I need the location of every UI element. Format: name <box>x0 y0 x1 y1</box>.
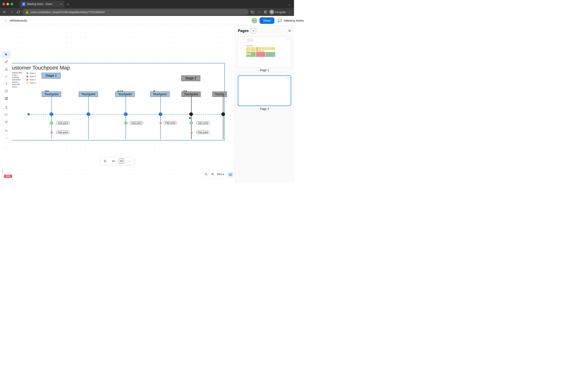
stage-label[interactable]: Stage 1 <box>42 73 61 78</box>
text-tool[interactable]: T <box>2 80 11 87</box>
pages-panel-title: Pages <box>238 29 249 33</box>
legend-item: Team C <box>26 79 36 81</box>
template-tool[interactable] <box>2 95 11 102</box>
touchpoint-box[interactable]: Touchpoint <box>115 92 135 97</box>
incognito-icon[interactable] <box>269 9 274 15</box>
zoom-level[interactable]: 59% ▾ <box>217 173 224 176</box>
window-close-button[interactable] <box>2 3 5 5</box>
svg-point-2 <box>271 12 272 13</box>
page-thumbnail[interactable]: ⋯ <box>238 75 291 106</box>
url-text: zoom.us/wb/doc/_GzqzfVOSlKu9apIdkkuMQ/p/… <box>30 11 105 14</box>
browser-chrome: Z Meeting Notes - Zoom × ＋ ⌄ 🔒 zoom.us/w… <box>0 0 294 16</box>
legend-item: Team D <box>26 82 36 84</box>
doc-title[interactable]: Meeting Notes <box>284 19 294 22</box>
align-left-icon[interactable] <box>103 158 108 164</box>
pain-point-icon[interactable] <box>159 121 162 124</box>
share-button[interactable]: Share <box>259 17 274 24</box>
lock-icon: 🔒 <box>25 10 29 14</box>
page-label: Page 1 <box>238 68 291 72</box>
pain-point-icon[interactable] <box>190 131 193 133</box>
gain-point-label[interactable]: Gain point <box>196 121 210 125</box>
canvas[interactable]: T ⋮⋮ ustomer Touchpoint Map chpoint ping… <box>0 25 235 184</box>
svg-rect-1 <box>265 11 266 13</box>
timeline-node[interactable] <box>159 112 162 116</box>
address-bar[interactable]: 🔒 zoom.us/wb/doc/_GzqzfVOSlKu9apIdkkuMQ/… <box>22 9 249 15</box>
cursor-icon: ➤ <box>189 116 191 120</box>
window-maximize-button[interactable] <box>11 3 13 5</box>
timeline-node[interactable] <box>221 112 225 116</box>
reload-button[interactable] <box>16 9 21 15</box>
pages-panel: Pages + ✕ ⋯ Meeting Notes <box>235 25 294 184</box>
gain-point-label[interactable]: Gain point <box>56 121 70 125</box>
more-tools[interactable] <box>2 111 11 118</box>
undo-button[interactable] <box>2 127 11 134</box>
resize-handle-icon[interactable]: ⤢ <box>0 170 4 174</box>
sticky-note-tool[interactable] <box>2 88 11 95</box>
pain-point-label[interactable]: Pain point <box>164 121 177 124</box>
add-page-button[interactable]: + <box>251 28 256 33</box>
window-minimize-button[interactable] <box>7 3 9 5</box>
browser-menu-icon[interactable]: ⋮ <box>287 9 292 15</box>
browser-toolbar: 🔒 zoom.us/wb/doc/_GzqzfVOSlKu9apIdkkuMQ/… <box>0 8 294 16</box>
pain-point-label[interactable]: Pain point <box>56 131 69 134</box>
zoom-favicon: Z <box>22 2 25 6</box>
board-title[interactable]: ustomer Touchpoint Map <box>12 65 70 71</box>
timeline-node[interactable] <box>124 112 128 116</box>
timeline-start-node[interactable] <box>27 113 30 115</box>
page-thumbnail[interactable]: ⋯ Meeting Notes <box>238 37 291 67</box>
tab-overflow-icon[interactable]: ⌄ <box>288 2 291 6</box>
zoom-in-button[interactable] <box>210 172 215 176</box>
nav-back-button[interactable] <box>2 9 7 15</box>
zoom-out-button[interactable] <box>204 172 208 176</box>
svg-rect-9 <box>114 161 114 161</box>
select-tool[interactable] <box>2 51 11 58</box>
extensions-icon[interactable] <box>263 9 268 15</box>
timeline-node[interactable] <box>86 112 90 116</box>
user-avatar[interactable]: DJ <box>252 18 257 23</box>
pain-point-label[interactable]: Pain point <box>196 131 209 134</box>
legend-item: Team A <box>26 72 36 74</box>
tab-title: Meeting Notes - Zoom <box>27 3 52 6</box>
touchpoint-box[interactable]: Touchp <box>212 92 227 97</box>
gain-point-label[interactable]: Gain point <box>130 121 143 125</box>
svg-rect-4 <box>5 90 8 92</box>
new-tab-button[interactable]: ＋ <box>66 2 70 7</box>
browser-tab[interactable]: Z Meeting Notes - Zoom × <box>20 1 65 8</box>
eraser-tool[interactable] <box>2 118 11 125</box>
page-more-icon[interactable]: ⋯ <box>286 76 290 79</box>
main-area: T ⋮⋮ ustomer Touchpoint Map chpoint ping… <box>0 25 294 184</box>
stage-label[interactable]: Stage 2 <box>181 75 200 81</box>
timeline-node[interactable] <box>189 112 193 116</box>
svg-rect-7 <box>7 99 8 100</box>
more-options-icon[interactable]: ⋯ <box>127 158 132 164</box>
incognito-label: Incognito <box>275 11 286 14</box>
icon-view-toggle[interactable] <box>111 158 116 164</box>
upload-tool[interactable] <box>2 104 11 111</box>
timeline-node[interactable] <box>50 112 53 116</box>
close-tab-icon[interactable]: × <box>60 2 62 6</box>
eye-off-icon[interactable] <box>250 9 255 15</box>
legend-item: Team B <box>26 75 36 77</box>
line-tool[interactable] <box>2 73 11 80</box>
grip-icon[interactable]: ⋮⋮ <box>2 143 11 150</box>
svg-rect-5 <box>5 97 6 100</box>
browser-tab-strip: Z Meeting Notes - Zoom × ＋ ⌄ <box>0 0 294 8</box>
bookmark-star-icon[interactable]: ☆ <box>256 9 262 15</box>
frame-icon[interactable] <box>119 158 124 164</box>
legend: Team A Team B Team C Team D <box>26 72 36 85</box>
board-description[interactable]: chpoint ping is the f outlining interact… <box>12 72 23 88</box>
svg-point-3 <box>272 12 273 13</box>
nav-forward-button <box>9 9 14 15</box>
shape-tool[interactable] <box>2 66 11 73</box>
comment-icon[interactable] <box>277 18 283 24</box>
breadcrumb[interactable]: Whiteboards <box>10 19 27 22</box>
back-chevron-icon[interactable] <box>3 18 8 23</box>
page-more-icon[interactable]: ⋯ <box>287 37 290 40</box>
pain-point-icon[interactable] <box>50 131 53 133</box>
new-badge[interactable]: NEW <box>4 175 12 178</box>
touchpoint-box[interactable]: Touchpoint <box>150 92 169 97</box>
zoom-control: 59% ▾ <box>201 170 227 178</box>
pen-tool[interactable] <box>2 58 11 65</box>
present-button[interactable] <box>227 172 233 178</box>
close-panel-icon[interactable]: ✕ <box>288 29 291 33</box>
